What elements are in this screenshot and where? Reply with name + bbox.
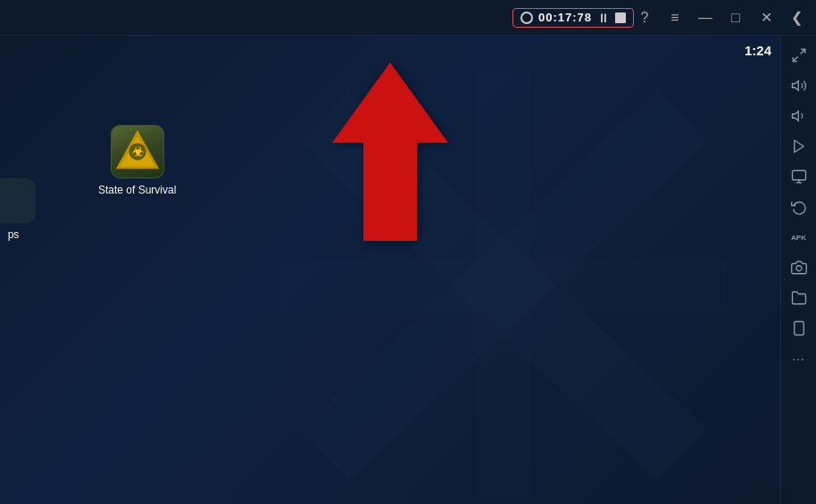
content-area: 1:24 ps ☣ St [0,36,780,504]
state-of-survival-icon: ☣ [111,125,164,178]
svg-marker-11 [792,81,798,91]
record-timer-box[interactable]: 00:17:78 ⏸ [512,8,634,28]
arrow-svg [332,62,448,241]
svg-marker-8 [332,62,448,241]
volume-up-button[interactable] [785,71,813,100]
timer-display: 00:17:78 [538,11,592,24]
title-bar: 00:17:78 ⏸ ? ≡ — □ ✕ ❮ [0,0,816,36]
app-icon-svg: ☣ [112,125,163,178]
record-icon [520,12,533,24]
svg-marker-12 [792,112,798,121]
svg-line-9 [800,49,804,54]
red-arrow-indicator [332,62,448,241]
rotate-button[interactable] [785,193,813,221]
svg-text:☣: ☣ [131,145,143,159]
right-sidebar: APK ··· [780,36,816,504]
svg-point-17 [796,266,802,271]
svg-rect-14 [792,170,805,180]
screen-icon [791,169,807,185]
svg-rect-2 [477,71,530,500]
screen-button[interactable] [785,162,813,191]
folder-icon [791,290,807,306]
state-of-survival-icon-container[interactable]: ☣ State of Survival [98,125,176,196]
svg-marker-13 [794,140,804,153]
camera-icon [791,260,807,276]
state-of-survival-label: State of Survival [98,184,176,196]
help-button[interactable]: ? [634,7,655,29]
close-button[interactable]: ✕ [755,7,777,29]
folder-button[interactable] [785,284,813,312]
app-icon-inner: ☣ [112,126,163,178]
minimize-button[interactable]: — [695,7,716,29]
maximize-button[interactable]: □ [725,7,746,29]
menu-button[interactable]: ≡ [664,7,686,29]
expand-icon [791,47,807,63]
svg-line-10 [793,57,797,62]
apps-partial-label: ps [8,228,20,241]
volume-down-icon [791,108,807,124]
expand-button[interactable] [785,41,813,70]
time-display: 1:24 [745,43,771,58]
svg-rect-18 [794,322,804,335]
more-button[interactable]: ··· [785,344,813,373]
volume-down-button[interactable] [785,102,813,130]
stop-button[interactable] [615,12,626,23]
install-button[interactable]: APK [785,223,813,252]
volume-up-icon [791,78,807,94]
play-button[interactable] [785,132,813,161]
rotate-icon [791,199,807,215]
back-button[interactable]: ❮ [786,7,807,29]
screenshot-button[interactable] [785,253,813,282]
pause-button[interactable]: ⏸ [597,11,610,25]
phone-icon [791,320,807,336]
window-controls: ? ≡ — □ ✕ ❮ [634,7,807,29]
apps-partial-icon [0,178,36,223]
apps-partial-container: ps [0,178,36,241]
svg-rect-3 [280,259,727,312]
main-area: 1:24 ps ☣ St [0,36,816,504]
play-icon [791,138,807,154]
phone-button[interactable] [785,314,813,343]
